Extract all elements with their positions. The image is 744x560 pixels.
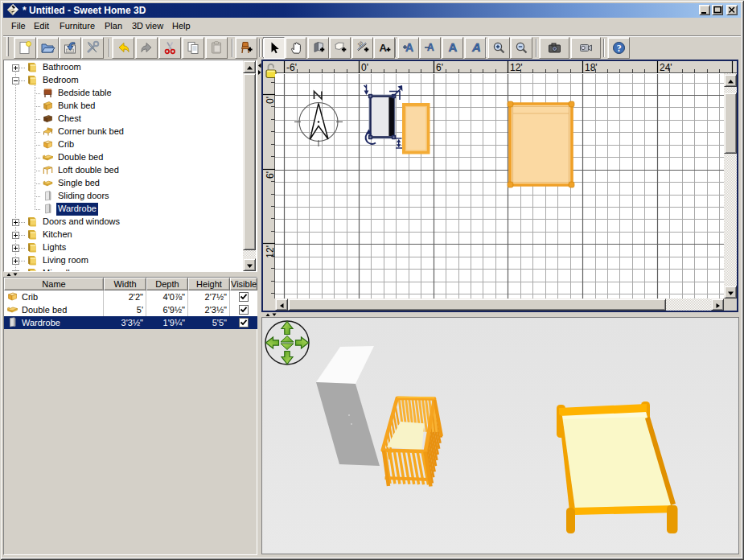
svg-text:6': 6' — [265, 171, 276, 179]
svg-text:12': 12' — [510, 62, 523, 73]
svg-text:A: A — [448, 40, 457, 54]
svg-text:-6': -6' — [286, 62, 297, 73]
svg-text:?: ? — [617, 43, 622, 54]
svg-text:24': 24' — [660, 62, 672, 73]
svg-text:12': 12' — [265, 245, 276, 258]
svg-text:0': 0' — [265, 97, 276, 104]
svg-text:18': 18' — [585, 62, 598, 73]
svg-text:A: A — [380, 42, 388, 54]
svg-text:A: A — [471, 40, 481, 54]
svg-text:6': 6' — [436, 62, 443, 73]
svg-text:0': 0' — [361, 62, 368, 73]
